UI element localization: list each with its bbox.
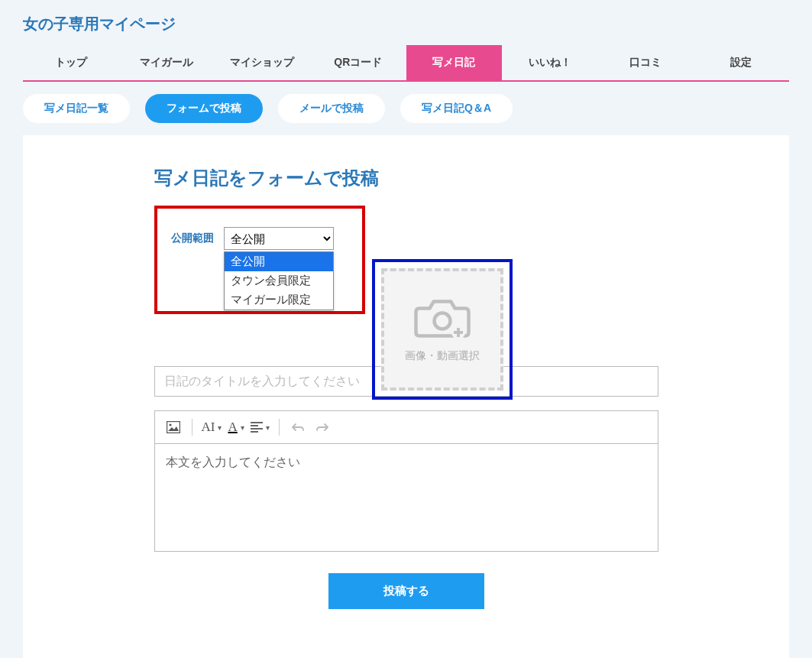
tab-top[interactable]: トップ <box>23 45 118 80</box>
scope-select-wrap: 全公開 全公開 タウン会員限定 マイガール限定 <box>224 227 334 250</box>
toolbar-undo-button[interactable] <box>287 417 309 437</box>
toolbar-textcolor-button[interactable]: A ▾ <box>226 417 245 437</box>
secondary-tabs: 写メ日記一覧 フォームで投稿 メールで投稿 写メ日記Q＆A <box>23 82 789 135</box>
editor-toolbar: AI ▾ A ▾ ▾ <box>155 411 658 444</box>
visibility-select[interactable]: 全公開 <box>224 227 334 250</box>
page-root: 女の子専用マイページ トップ マイガール マイショップ QRコード 写メ日記 い… <box>0 0 812 658</box>
tab-myshop[interactable]: マイショップ <box>215 45 310 80</box>
visibility-option-town[interactable]: タウン会員限定 <box>225 271 333 290</box>
tab-like[interactable]: いいね！ <box>502 45 597 80</box>
diary-body-input[interactable]: 本文を入力してください <box>155 444 658 551</box>
chevron-down-icon: ▾ <box>241 423 244 432</box>
submit-row: 投稿する <box>154 573 658 609</box>
subtab-diary-qa[interactable]: 写メ日記Q＆A <box>400 94 513 123</box>
tab-settings[interactable]: 設定 <box>694 45 789 80</box>
scope-label: 公開範囲 <box>171 232 214 245</box>
svg-point-0 <box>435 313 451 329</box>
scope-box: 公開範囲 全公開 全公開 タウン会員限定 マイガール限定 <box>154 206 365 314</box>
visibility-option-all[interactable]: 全公開 <box>225 252 333 271</box>
tab-reviews[interactable]: 口コミ <box>597 45 693 80</box>
align-icon <box>251 422 263 433</box>
rich-text-editor: AI ▾ A ▾ ▾ <box>154 410 658 552</box>
chevron-down-icon: ▾ <box>218 423 222 432</box>
primary-tabs: トップ マイガール マイショップ QRコード 写メ日記 いいね！ 口コミ 設定 <box>23 45 789 82</box>
form-inner: 写メ日記をフォームで投稿 公開範囲 全公開 全公開 タウン会員限定 マイガール限… <box>154 166 658 609</box>
visibility-dropdown-list: 全公開 タウン会員限定 マイガール限定 <box>224 251 334 310</box>
toolbar-fontsize-button[interactable]: AI ▾ <box>200 417 224 437</box>
tab-qrcode[interactable]: QRコード <box>310 45 406 80</box>
media-upload-box: 画像・動画選択 <box>372 259 513 400</box>
media-upload-label: 画像・動画選択 <box>405 349 480 363</box>
fontsize-icon: AI <box>202 420 215 435</box>
tab-mygirl[interactable]: マイガール <box>118 45 214 80</box>
submit-button[interactable]: 投稿する <box>328 573 484 609</box>
page-title: 女の子専用マイページ <box>23 0 789 45</box>
toolbar-image-button[interactable] <box>163 417 184 437</box>
toolbar-separator <box>279 419 280 436</box>
subtab-post-form[interactable]: フォームで投稿 <box>145 94 263 123</box>
subtab-diary-list[interactable]: 写メ日記一覧 <box>23 94 130 123</box>
text-color-icon: A <box>228 420 237 435</box>
media-upload-button[interactable]: 画像・動画選択 <box>381 268 503 391</box>
subtab-post-mail[interactable]: メールで投稿 <box>278 94 385 123</box>
svg-point-5 <box>169 423 171 426</box>
image-icon <box>167 421 180 433</box>
form-top-row: 公開範囲 全公開 全公開 タウン会員限定 マイガール限定 <box>154 206 658 346</box>
visibility-option-mygirl[interactable]: マイガール限定 <box>225 290 333 310</box>
tab-diary[interactable]: 写メ日記 <box>406 45 502 80</box>
svg-rect-4 <box>167 422 180 433</box>
camera-plus-icon <box>412 296 473 342</box>
toolbar-redo-button[interactable] <box>312 417 333 437</box>
form-heading: 写メ日記をフォームで投稿 <box>154 166 658 190</box>
redo-icon <box>315 422 329 433</box>
toolbar-align-button[interactable]: ▾ <box>249 417 271 437</box>
toolbar-separator <box>192 419 192 436</box>
undo-icon <box>291 422 305 433</box>
chevron-down-icon: ▾ <box>266 423 270 432</box>
content-panel: 写メ日記をフォームで投稿 公開範囲 全公開 全公開 タウン会員限定 マイガール限… <box>23 135 789 658</box>
